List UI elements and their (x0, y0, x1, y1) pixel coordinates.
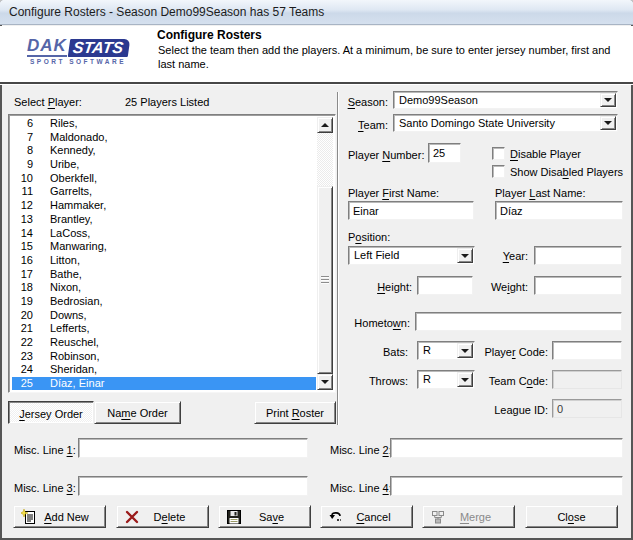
list-item[interactable]: 23 Robinson, (12, 350, 316, 364)
close-label: Close (557, 511, 585, 523)
list-item[interactable]: 7 Maldonado, (12, 131, 316, 145)
save-button[interactable]: Save (218, 505, 311, 528)
name-order-button[interactable]: Name Order (94, 401, 181, 424)
disable-player-label[interactable]: Disable Player (510, 148, 581, 160)
jersey-order-label: Jersey Order (19, 408, 83, 420)
list-item[interactable]: 17 Bathe, (12, 268, 316, 282)
player-name-cell: Brantley, (50, 213, 93, 227)
dialog-header: DAK STATS SPORT SOFTWARE Configure Roste… (0, 26, 633, 83)
bats-value: R (423, 344, 431, 356)
list-item[interactable]: 16 Litton, (12, 254, 316, 268)
season-select[interactable]: Demo99Season (393, 91, 618, 109)
player-number-cell: 10 (12, 172, 33, 186)
player-number-cell: 19 (12, 295, 33, 309)
chevron-down-icon (461, 254, 469, 258)
team-select[interactable]: Santo Domingo State University (393, 114, 618, 132)
player-number-cell: 8 (12, 144, 33, 158)
player-number-cell: 24 (12, 363, 33, 377)
throws-dropdown-button[interactable] (457, 372, 473, 387)
last-name-field[interactable]: Díaz (495, 201, 623, 220)
player-number-cell: 7 (12, 131, 33, 145)
position-select[interactable]: Left Field (348, 246, 475, 265)
player-name-cell: Nixon, (50, 281, 81, 295)
year-field[interactable] (534, 246, 622, 265)
hometown-field[interactable] (415, 312, 622, 331)
list-item[interactable]: 11 Garrelts, (12, 185, 316, 199)
list-item[interactable]: 21 Lefferts, (12, 322, 316, 336)
player-number-cell: 13 (12, 213, 33, 227)
logo-stats-text: STATS (68, 39, 131, 57)
player-number-cell: 20 (12, 309, 33, 323)
misc-line4-field[interactable] (390, 476, 623, 496)
throws-select[interactable]: R (417, 370, 475, 389)
player-name-cell: Downs, (50, 309, 87, 323)
player-number-cell: 11 (12, 185, 33, 199)
disable-player-checkbox[interactable] (492, 147, 505, 160)
list-item[interactable]: 13 Brantley, (12, 213, 316, 227)
merge-icon (430, 509, 446, 525)
player-code-field[interactable] (552, 341, 622, 360)
scroll-down-button[interactable] (317, 374, 333, 390)
misc-line2-field[interactable] (390, 438, 623, 458)
player-number-cell: 15 (12, 240, 33, 254)
list-item[interactable]: 8 Kennedy, (12, 144, 316, 158)
list-item[interactable]: 14 LaCoss, (12, 227, 316, 241)
print-roster-button[interactable]: Print Roster (254, 401, 336, 424)
list-scrollbar (317, 117, 333, 390)
first-name-label: Player First Name: (348, 187, 439, 199)
team-value: Santo Domingo State University (399, 117, 555, 129)
player-number-cell: 21 (12, 322, 33, 336)
player-name-cell: Lefferts, (50, 322, 90, 336)
panel-separator (337, 92, 338, 425)
logo-tagline: SPORT SOFTWARE (12, 58, 144, 65)
player-name-cell: Reuschel, (50, 336, 99, 350)
player-number-field[interactable]: 25 (428, 143, 461, 163)
list-item[interactable]: 20 Downs, (12, 309, 316, 323)
player-name-cell: Riles, (50, 117, 78, 131)
list-item[interactable]: 19 Bedrosian, (12, 295, 316, 309)
team-dropdown-button[interactable] (600, 116, 616, 130)
new-document-icon (21, 509, 37, 525)
cancel-button[interactable]: Cancel (320, 505, 413, 528)
list-item[interactable]: 9 Uribe, (12, 158, 316, 172)
height-field[interactable] (417, 276, 473, 295)
jersey-order-button[interactable]: Jersey Order (8, 401, 94, 424)
list-item[interactable]: 22 Reuschel, (12, 336, 316, 350)
player-number-cell: 16 (12, 254, 33, 268)
merge-button: Merge (422, 505, 515, 528)
list-item[interactable]: 24 Sheridan, (12, 363, 316, 377)
window-titlebar[interactable]: Configure Rosters - Season Demo99Season … (0, 0, 633, 25)
position-label: Position: (348, 231, 390, 243)
arrow-down-icon (321, 380, 329, 384)
show-disabled-players-label[interactable]: Show Disabled Players (510, 166, 623, 178)
list-item[interactable]: 12 Hammaker, (12, 199, 316, 213)
close-button[interactable]: Close (525, 505, 618, 528)
list-item[interactable]: 15 Manwaring, (12, 240, 316, 254)
player-name-cell: Díaz, Einar (50, 377, 104, 390)
add-new-button[interactable]: Add New (13, 505, 106, 528)
player-number-label: Player Number: (348, 149, 424, 161)
list-item[interactable]: 18 Nixon, (12, 281, 316, 295)
position-value: Left Field (354, 249, 399, 261)
misc-line3-field[interactable] (78, 476, 308, 496)
delete-button[interactable]: Delete (116, 505, 209, 528)
misc-line1-label: Misc. Line 1: (14, 444, 76, 456)
show-disabled-players-checkbox[interactable] (492, 165, 505, 178)
list-item[interactable]: 25 Díaz, Einar (12, 377, 316, 390)
list-item[interactable]: 10 Oberkfell, (12, 172, 316, 186)
player-name-cell: Garrelts, (50, 185, 92, 199)
season-dropdown-button[interactable] (600, 93, 616, 107)
position-dropdown-button[interactable] (457, 248, 473, 263)
bats-dropdown-button[interactable] (457, 343, 473, 358)
weight-field[interactable] (534, 276, 622, 295)
scrollbar-thumb[interactable] (317, 186, 333, 374)
player-name-cell: Oberkfell, (50, 172, 97, 186)
height-label: Height: (350, 281, 412, 293)
misc-line1-field[interactable] (78, 438, 308, 458)
list-item[interactable]: 6 Riles, (12, 117, 316, 131)
first-name-field[interactable]: Einar (348, 201, 474, 220)
bats-select[interactable]: R (417, 341, 475, 360)
scrollbar-track[interactable] (317, 133, 333, 374)
delete-label: Delete (154, 511, 186, 523)
player-name-cell: Kennedy, (50, 144, 96, 158)
